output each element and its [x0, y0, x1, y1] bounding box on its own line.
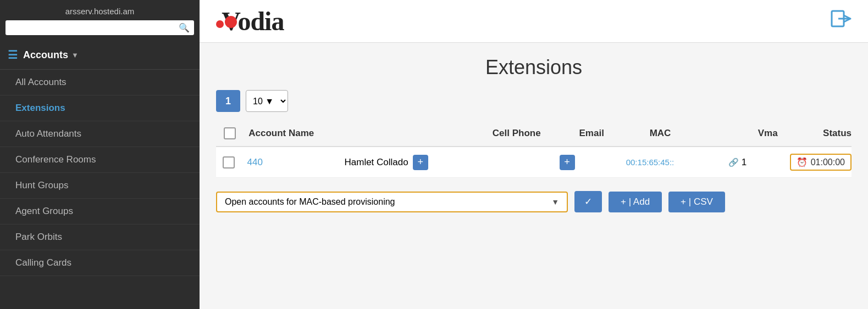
sidebar-item-hunt-groups[interactable]: Hunt Groups: [0, 173, 200, 199]
sidebar-item-extensions[interactable]: Extensions: [0, 95, 200, 121]
add-button[interactable]: + | Add: [609, 192, 662, 212]
header-mac: MAC: [650, 128, 758, 139]
logo: Vodia: [213, 6, 284, 36]
bottom-action-bar: Open accounts for MAC-based provisioning…: [216, 191, 852, 212]
chevron-down-icon: ▼: [71, 51, 79, 59]
header-check: [216, 127, 243, 139]
dropdown-arrow-icon: ▼: [551, 198, 559, 206]
sidebar-item-agent-groups[interactable]: Agent Groups: [0, 199, 200, 224]
page-title: Extensions: [200, 43, 868, 90]
sidebar-item-park-orbits[interactable]: Park Orbits: [0, 224, 200, 250]
select-all-checkbox[interactable]: [224, 127, 236, 139]
csv-button[interactable]: + | CSV: [668, 192, 725, 212]
search-bar[interactable]: 🔍: [5, 20, 194, 35]
content-area: 1 10 ▼ 25 50 Account Name Cell Phone Ema…: [200, 90, 868, 229]
sidebar-item-all-accounts[interactable]: All Accounts: [0, 70, 200, 95]
header-account-name: Account Name: [243, 128, 351, 139]
mac-provisioning-dropdown[interactable]: Open accounts for MAC-based provisioning…: [216, 192, 568, 212]
menu-icon: ☰: [8, 48, 18, 61]
row-status: ⏰ 01:00:00: [790, 154, 852, 171]
accounts-label: Accounts: [23, 49, 68, 61]
row-vma: 🔗 1: [728, 157, 790, 168]
page-1-button[interactable]: 1: [216, 90, 240, 112]
sidebar-item-conference-rooms[interactable]: Conference Rooms: [0, 147, 200, 173]
search-input[interactable]: [10, 23, 179, 32]
mac-address: 00:15:65:45::: [626, 158, 675, 167]
add-name-button[interactable]: +: [413, 155, 428, 170]
row-account-id: 440: [242, 157, 345, 168]
check-icon: ✓: [584, 196, 592, 207]
sidebar-hostname: arsserv.hostedi.am: [0, 0, 200, 20]
row-email: +: [560, 155, 626, 170]
logo-dot-large: [225, 16, 237, 28]
status-time: 01:00:00: [811, 158, 845, 167]
top-header: Vodia: [200, 0, 868, 43]
mac-dropdown-label: Open accounts for MAC-based provisioning: [225, 197, 395, 207]
account-link[interactable]: 440: [247, 157, 263, 167]
per-page-select[interactable]: 10 ▼ 25 50: [246, 90, 288, 112]
clock-icon: ⏰: [797, 157, 808, 167]
table-row: 440 Hamlet Collado + + 00:15:65:45:: 🔗 1: [216, 147, 852, 178]
logout-button[interactable]: [828, 5, 855, 37]
row-name: Hamlet Collado +: [345, 155, 478, 170]
check-button[interactable]: ✓: [574, 191, 602, 212]
sidebar: arsserv.hostedi.am 🔍 ☰ Accounts ▼ All Ac…: [0, 0, 200, 309]
table-header: Account Name Cell Phone Email MAC Vma St…: [216, 121, 852, 147]
row-checkbox[interactable]: [223, 156, 235, 168]
header-status: Status: [823, 128, 852, 139]
sidebar-item-auto-attendants[interactable]: Auto Attendants: [0, 121, 200, 147]
search-icon: 🔍: [179, 23, 190, 33]
logo-dot-small: [216, 20, 224, 28]
pagination-row: 1 10 ▼ 25 50: [216, 90, 852, 112]
account-name: Hamlet Collado: [345, 157, 408, 168]
header-cell-phone: Cell Phone: [493, 128, 579, 139]
main-content: Vodia Extensions 1 10 ▼ 25 50: [200, 0, 868, 309]
logo-text: Vodia: [213, 6, 284, 36]
sidebar-item-calling-cards[interactable]: Calling Cards: [0, 250, 200, 276]
status-badge: ⏰ 01:00:00: [790, 154, 852, 171]
accounts-menu-header[interactable]: ☰ Accounts ▼: [0, 41, 200, 70]
header-vma: Vma: [758, 128, 823, 139]
row-mac: 00:15:65:45::: [626, 157, 728, 168]
header-email: Email: [579, 128, 650, 139]
add-email-button[interactable]: +: [560, 155, 575, 170]
row-check: [216, 156, 242, 168]
